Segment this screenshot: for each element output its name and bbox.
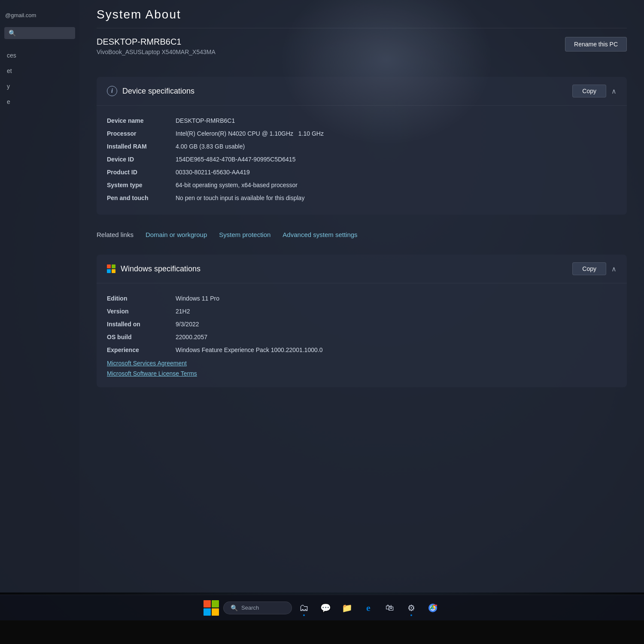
page-title: System About [97,8,627,21]
gear-icon: ⚙ [407,603,415,613]
taskbar-teams-button[interactable]: 💬 [316,598,335,617]
related-links-bar: Related links Domain or workgroup System… [97,223,627,246]
sidebar-items-list: ces et y e [0,48,79,109]
sidebar-item-1[interactable]: et [0,63,79,79]
spec-value-ram: 4.00 GB (3.83 GB usable) [176,143,245,150]
folder-icon: 📁 [342,603,352,613]
windows-specs-copy-button[interactable]: Copy [572,262,606,275]
ms-services-agreement-link[interactable]: Microsoft Services Agreement [107,360,617,367]
spec-row-os-build: OS build 22000.2057 [107,331,617,343]
spec-label-device-id: Device ID [107,156,176,163]
windows-specs-body: Edition Windows 11 Pro Version 21H2 Inst… [97,283,627,387]
taskbar-folder-button[interactable]: 📁 [337,598,356,617]
taskbar: 🔍 Search 🗂 💬 📁 e 🛍 ⚙ [0,595,644,620]
spec-label-pen-touch: Pen and touch [107,194,176,201]
windows-specs-title-area: Windows specifications [107,264,200,273]
spec-label-processor: Processor [107,130,176,137]
windows-logo-icon [107,264,115,273]
pc-model: VivoBook_ASUSLaptop X540MAR_X543MA [97,49,216,55]
spec-label-version: Version [107,308,176,315]
device-specs-header: i Device specifications Copy ∧ [97,77,627,106]
info-icon: i [107,86,117,96]
windows-specs-header: Windows specifications Copy ∧ [97,255,627,283]
spec-value-version: 21H2 [176,308,190,315]
main-content: System About DESKTOP-RMRB6C1 VivoBook_AS… [79,0,644,592]
spec-value-processor: Intel(R) Celeron(R) N4020 CPU @ 1.10GHz … [176,130,324,137]
taskbar-search-bar[interactable]: 🔍 Search [223,601,292,614]
spec-label-product-id: Product ID [107,169,176,176]
spec-row-version: Version 21H2 [107,305,617,318]
spec-row-product-id: Product ID 00330-80211-65630-AA419 [107,166,617,179]
spec-label-system-type: System type [107,182,176,188]
pc-name-section: DESKTOP-RMRB6C1 VivoBook_ASUSLaptop X540… [97,37,627,64]
taskbar-search-text: Search [241,605,259,611]
settings-active-indicator [410,614,412,616]
spec-label-os-build: OS build [107,334,176,340]
spec-value-os-build: 22000.2057 [176,334,207,340]
taskbar-search-icon: 🔍 [231,605,238,611]
related-link-domain[interactable]: Domain or workgroup [146,231,207,238]
related-link-advanced-settings[interactable]: Advanced system settings [283,231,357,238]
taskbar-edge-button[interactable]: e [359,598,378,617]
windows-start-icon [204,600,219,616]
sidebar-item-3[interactable]: e [0,94,79,109]
windows-specs-card: Windows specifications Copy ∧ Edition Wi… [97,255,627,387]
spec-label-ram: Installed RAM [107,143,176,150]
spec-row-device-id: Device ID 154DE965-4842-470B-A447-90995C… [107,153,617,166]
spec-row-experience: Experience Windows Feature Experience Pa… [107,343,617,356]
taskbar-start-button[interactable] [202,598,221,617]
pc-hostname: DESKTOP-RMRB6C1 [97,37,216,47]
sidebar: @gmail.com 🔍 ces et y e [0,0,79,592]
sidebar-search[interactable]: 🔍 [4,27,75,39]
device-specs-chevron-icon[interactable]: ∧ [611,87,617,95]
spec-label-installed-on: Installed on [107,321,176,328]
device-specs-body: Device name DESKTOP-RMRB6C1 Processor In… [97,106,627,215]
sidebar-item-2[interactable]: y [0,79,79,94]
spec-value-product-id: 00330-80211-65630-AA419 [176,169,250,176]
device-specs-copy-button[interactable]: Copy [572,85,606,97]
spec-row-pen-touch: Pen and touch No pen or touch input is a… [107,191,617,204]
windows-specs-chevron-icon[interactable]: ∧ [611,265,617,273]
page-title-bar: System About [97,0,627,28]
pc-name-block: DESKTOP-RMRB6C1 VivoBook_ASUSLaptop X540… [97,37,216,55]
spec-row-processor: Processor Intel(R) Celeron(R) N4020 CPU … [107,127,617,140]
windows-specs-actions: Copy ∧ [572,262,617,275]
sidebar-email: @gmail.com [0,9,79,22]
spec-value-device-id: 154DE965-4842-470B-A447-90995C5D6415 [176,156,295,163]
related-links-label: Related links [97,231,134,238]
search-icon: 🔍 [9,30,16,36]
spec-value-edition: Windows 11 Pro [176,295,219,302]
taskbar-file-explorer-button[interactable]: 🗂 [295,598,313,617]
spec-label-device-name: Device name [107,117,176,124]
laptop-bezel-bottom [0,620,644,644]
device-specs-card: i Device specifications Copy ∧ Device na… [97,77,627,215]
taskbar-settings-button[interactable]: ⚙ [402,598,421,617]
spec-row-system-type: System type 64-bit operating system, x64… [107,179,617,191]
teams-icon: 💬 [320,603,331,613]
spec-label-edition: Edition [107,295,176,302]
store-icon: 🛍 [386,603,394,613]
taskbar-chrome-button[interactable] [423,598,442,617]
active-indicator [303,614,305,616]
taskbar-store-button[interactable]: 🛍 [380,598,399,617]
file-explorer-icon: 🗂 [299,602,309,614]
sidebar-item-0[interactable]: ces [0,48,79,63]
spec-value-experience: Windows Feature Experience Pack 1000.220… [176,346,322,353]
windows-specs-title: Windows specifications [121,264,200,273]
device-specs-title-area: i Device specifications [107,86,194,96]
rename-pc-button[interactable]: Rename this PC [565,37,627,52]
spec-row-installed-on: Installed on 9/3/2022 [107,318,617,331]
spec-label-experience: Experience [107,346,176,353]
device-specs-title: Device specifications [122,87,194,96]
spec-row-ram: Installed RAM 4.00 GB (3.83 GB usable) [107,140,617,153]
device-specs-actions: Copy ∧ [572,85,617,97]
spec-value-pen-touch: No pen or touch input is available for t… [176,194,304,201]
ms-license-terms-link[interactable]: Microsoft Software License Terms [107,370,617,377]
edge-icon: e [366,602,371,614]
spec-row-edition: Edition Windows 11 Pro [107,292,617,305]
spec-value-system-type: 64-bit operating system, x64-based proce… [176,182,298,188]
spec-value-device-name: DESKTOP-RMRB6C1 [176,117,235,124]
spec-row-device-name: Device name DESKTOP-RMRB6C1 [107,114,617,127]
related-link-system-protection[interactable]: System protection [219,231,270,238]
chrome-icon [428,603,438,613]
